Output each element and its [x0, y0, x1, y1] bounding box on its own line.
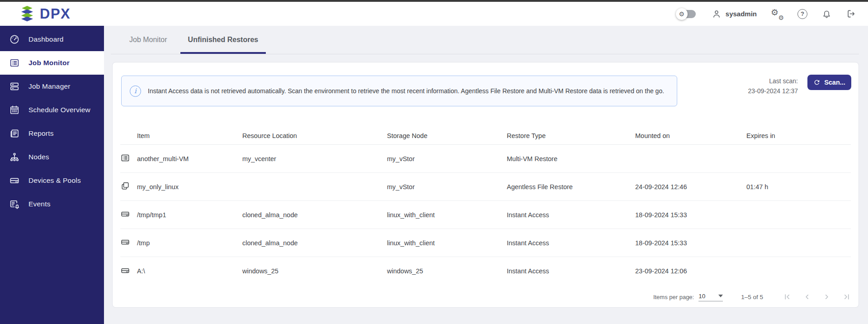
cell-resource-location: my_vcenter	[242, 155, 387, 162]
cell-resource-location: windows_25	[242, 267, 387, 275]
logo-text: DPX	[40, 6, 71, 22]
nodes-icon	[9, 152, 20, 162]
sidebar-item-events[interactable]: Events	[0, 192, 104, 216]
cell-item: another_multi-VM	[137, 155, 242, 162]
last-scan: Last scan: 23-09-2024 12:37	[748, 76, 798, 96]
sidebar-item-job-monitor[interactable]: Job Monitor	[0, 51, 104, 75]
cell-storage-node: linux_with_client	[387, 239, 507, 247]
tab-job-monitor[interactable]: Job Monitor	[122, 26, 175, 54]
cell-resource-location: cloned_alma_node	[242, 211, 387, 219]
table-row[interactable]: my_only_linuxmy_vStorAgentless File Rest…	[120, 173, 851, 201]
disk-icon	[120, 237, 130, 247]
column-header-storage-node: Storage Node	[387, 132, 507, 139]
sidebar-item-devices-pools[interactable]: Devices & Pools	[0, 169, 104, 192]
help-icon[interactable]: ?	[797, 9, 807, 19]
sidebar-item-reports[interactable]: Reports	[0, 122, 104, 145]
cell-mounted-on: 23-09-2024 12:06	[635, 267, 746, 275]
cell-resource-location: cloned_alma_node	[242, 239, 387, 247]
notifications-bell-icon[interactable]	[821, 9, 832, 19]
app-header: DPX ⚙ sysadmin ⚙⚙ ?	[0, 2, 868, 26]
pagination-range: 1–5 of 5	[741, 294, 763, 300]
cell-restore-type: Instant Access	[507, 239, 635, 247]
info-icon: i	[130, 86, 141, 97]
column-header-item: Item	[137, 132, 242, 139]
cell-item: my_only_linux	[137, 183, 242, 191]
column-header-mounted-on: Mounted on	[635, 132, 746, 139]
items-per-page-select[interactable]: 10	[698, 293, 723, 301]
table-body: another_multi-VMmy_vcentermy_vStorMulti-…	[120, 145, 851, 285]
cell-restore-type: Multi-VM Restore	[507, 155, 635, 162]
cell-mounted-on: 24-09-2024 12:46	[635, 183, 746, 191]
first-page-icon[interactable]	[783, 293, 791, 301]
events-icon	[9, 199, 20, 210]
sidebar-item-label: Reports	[28, 129, 54, 138]
table-row[interactable]: /tmp/tmp1cloned_alma_nodelinux_with_clie…	[120, 201, 851, 229]
tab-bar: Job Monitor Unfinished Restores	[111, 26, 859, 54]
cell-restore-type: Agentless File Restore	[507, 183, 635, 191]
cell-expires-in: 01:47 h	[746, 183, 851, 191]
last-scan-value: 23-09-2024 12:37	[748, 86, 798, 96]
sidebar-item-schedule-overview[interactable]: Schedule Overview	[0, 98, 104, 122]
items-per-page-value: 10	[698, 293, 705, 300]
cell-item: A:\	[137, 267, 242, 275]
table-row[interactable]: /tmpcloned_alma_nodelinux_with_clientIns…	[120, 229, 851, 257]
reports-icon	[9, 128, 20, 139]
pagination: Items per page: 10 1–5 of 5	[653, 288, 851, 306]
dashboard-icon	[9, 34, 20, 45]
refresh-icon	[813, 79, 821, 86]
job-monitor-icon	[9, 57, 20, 68]
cell-item: /tmp/tmp1	[137, 211, 242, 219]
file-copy-icon	[120, 181, 130, 191]
scan-button[interactable]: Scan...	[807, 75, 851, 90]
sidebar-item-dashboard[interactable]: Dashboard	[0, 28, 104, 51]
user-menu[interactable]: sysadmin	[712, 9, 757, 19]
main-area: Job Monitor Unfinished Restores i Instan…	[104, 26, 868, 324]
disk-icon	[120, 209, 130, 219]
info-banner-text: Instant Access data is not retrieved aut…	[148, 86, 664, 96]
sidebar-item-label: Job Manager	[28, 82, 71, 91]
cell-storage-node: my_vStor	[387, 155, 507, 162]
column-header-expires-in: Expires in	[746, 132, 851, 139]
scan-button-label: Scan...	[824, 79, 845, 86]
info-banner: i Instant Access data is not retrieved a…	[121, 76, 677, 106]
table-row[interactable]: A:\windows_25windows_25Instant Access23-…	[120, 257, 851, 285]
next-page-icon[interactable]	[823, 293, 831, 301]
column-header-resource-location: Resource Location	[242, 132, 387, 139]
devices-icon	[9, 175, 20, 186]
cell-storage-node: windows_25	[387, 267, 507, 275]
settings-toggle[interactable]: ⚙	[678, 10, 696, 18]
sidebar: DashboardJob MonitorJob ManagerSchedule …	[0, 26, 104, 324]
user-name: sysadmin	[726, 10, 757, 18]
sidebar-item-label: Job Monitor	[28, 59, 70, 67]
sidebar-item-label: Devices & Pools	[28, 176, 81, 185]
cell-item: /tmp	[137, 239, 242, 247]
sidebar-item-label: Schedule Overview	[28, 106, 90, 114]
sidebar-item-label: Dashboard	[28, 35, 64, 43]
table-header-row: ItemResource LocationStorage NodeRestore…	[120, 127, 851, 145]
multi-vm-icon	[120, 153, 130, 163]
dpx-logo-icon	[19, 5, 35, 23]
job-manager-icon	[9, 81, 20, 92]
caret-down-icon	[718, 295, 723, 297]
sidebar-item-label: Events	[28, 200, 51, 208]
items-per-page-label: Items per page:	[653, 294, 694, 300]
logout-icon[interactable]	[846, 9, 856, 19]
previous-page-icon[interactable]	[803, 293, 811, 301]
dpx-logo[interactable]: DPX	[19, 5, 71, 23]
cell-storage-node: my_vStor	[387, 183, 507, 191]
cell-storage-node: linux_with_client	[387, 211, 507, 219]
cell-mounted-on: 18-09-2024 15:33	[635, 239, 746, 247]
settings-gears-icon[interactable]: ⚙⚙	[771, 8, 783, 20]
sidebar-item-label: Nodes	[28, 153, 49, 161]
table-row[interactable]: another_multi-VMmy_vcentermy_vStorMulti-…	[120, 145, 851, 173]
sidebar-item-nodes[interactable]: Nodes	[0, 145, 104, 169]
last-scan-label: Last scan:	[748, 76, 798, 86]
cell-restore-type: Instant Access	[507, 211, 635, 219]
disk-icon	[120, 266, 130, 276]
last-page-icon[interactable]	[843, 293, 851, 301]
cell-restore-type: Instant Access	[507, 267, 635, 275]
tab-unfinished-restores[interactable]: Unfinished Restores	[180, 26, 266, 54]
user-icon	[712, 9, 722, 19]
schedule-icon	[9, 105, 20, 115]
sidebar-item-job-manager[interactable]: Job Manager	[0, 75, 104, 98]
